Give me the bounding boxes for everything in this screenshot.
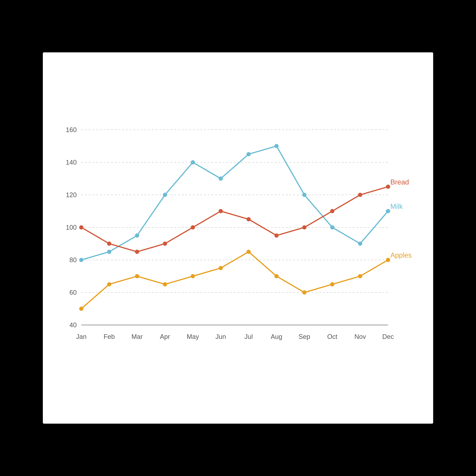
x-axis-label: Jul xyxy=(244,333,253,340)
series-milk-dot xyxy=(191,160,195,165)
series-bread-dot xyxy=(246,217,251,221)
line-chart: 406080100120140160JanFebMarAprMayJunJulA… xyxy=(53,58,425,416)
series-apples-line xyxy=(81,252,388,309)
y-axis-label: 160 xyxy=(66,126,77,133)
series-milk-dot xyxy=(274,144,279,148)
series-milk-dot xyxy=(358,241,362,246)
series-milk-dot xyxy=(219,176,223,181)
series-bread-line xyxy=(81,187,388,252)
series-bread-dot xyxy=(135,250,139,254)
series-milk-dot xyxy=(302,193,306,197)
series-bread-dot xyxy=(219,209,223,213)
x-axis-label: Apr xyxy=(160,333,170,340)
x-axis-label: Mar xyxy=(131,333,143,340)
series-apples-dot xyxy=(163,282,167,286)
series-bread-dot xyxy=(302,225,306,230)
x-axis-label: Aug xyxy=(271,333,282,340)
series-apples-dot xyxy=(79,307,84,311)
series-apples-dot xyxy=(302,290,306,295)
series-milk-dot xyxy=(246,152,251,156)
series-milk-dot xyxy=(163,193,167,197)
series-apples-dot xyxy=(219,266,223,270)
x-axis-label: Jan xyxy=(76,333,86,340)
x-axis-label: Oct xyxy=(327,333,338,340)
series-apples-dot xyxy=(386,258,390,262)
x-axis-label: Dec xyxy=(382,333,394,340)
series-milk-dot xyxy=(79,258,84,262)
legend-bread: Bread xyxy=(390,178,409,186)
series-apples-dot xyxy=(274,274,279,278)
y-axis-label: 140 xyxy=(66,159,77,166)
series-bread-dot xyxy=(191,225,195,230)
series-bread-dot xyxy=(358,193,362,197)
chart-container: 406080100120140160JanFebMarAprMayJunJulA… xyxy=(43,52,433,424)
series-milk-dot xyxy=(107,250,111,254)
series-milk-dot xyxy=(135,233,139,238)
series-bread-dot xyxy=(107,241,111,246)
x-axis-label: Sep xyxy=(299,333,310,340)
series-milk-line xyxy=(81,146,388,260)
series-bread-dot xyxy=(330,209,334,213)
y-axis-label: 120 xyxy=(66,191,77,199)
y-axis-label: 60 xyxy=(69,289,77,296)
series-bread-dot xyxy=(163,241,167,246)
x-axis-label: Feb xyxy=(103,333,115,340)
x-axis-label: Nov xyxy=(354,333,366,340)
x-axis-label: Jun xyxy=(216,333,226,340)
series-bread-dot xyxy=(79,225,84,230)
series-milk-dot xyxy=(386,209,390,213)
y-axis-label: 80 xyxy=(69,256,77,264)
series-apples-dot xyxy=(191,274,195,278)
y-axis-label: 100 xyxy=(66,224,77,231)
series-apples-dot xyxy=(358,274,362,278)
series-apples-dot xyxy=(246,250,251,254)
series-apples-dot xyxy=(330,282,334,286)
series-bread-dot xyxy=(386,185,390,189)
legend-milk: Milk xyxy=(390,203,403,210)
x-axis-label: May xyxy=(187,333,199,340)
series-apples-dot xyxy=(135,274,139,278)
legend-apples: Apples xyxy=(390,251,412,259)
series-milk-dot xyxy=(330,225,334,230)
y-axis-label: 40 xyxy=(69,321,77,329)
series-apples-dot xyxy=(107,282,111,286)
series-bread-dot xyxy=(274,233,279,238)
